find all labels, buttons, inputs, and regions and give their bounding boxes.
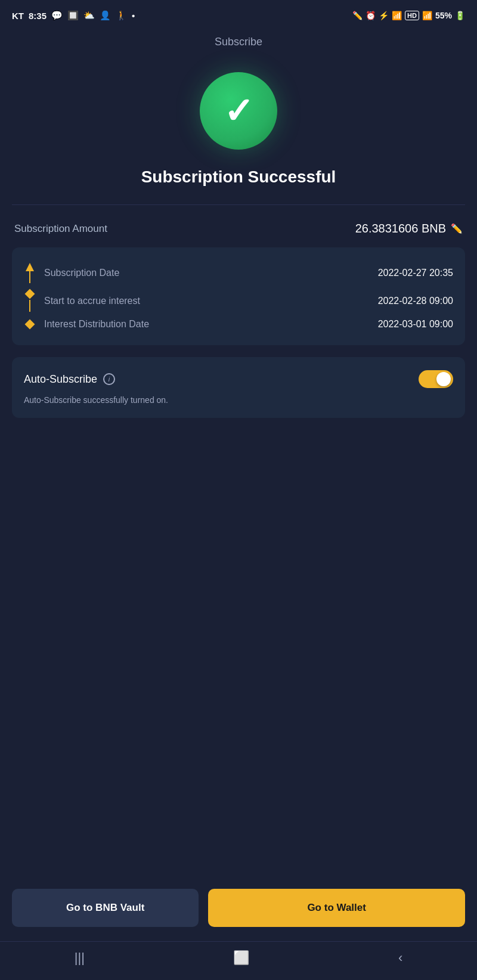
- bottom-buttons: Go to BNB Vault Go to Wallet: [0, 879, 477, 941]
- go-to-bnb-vault-button[interactable]: Go to BNB Vault: [12, 889, 199, 927]
- timeline-label-2: Start to accrue interest: [44, 296, 140, 306]
- status-right: ✏️ ⏰ ⚡ 📶 HD 📶 55% 🔋: [352, 11, 465, 20]
- amount-row: Subscription Amount 26.3831606 BNB ✏️: [0, 205, 477, 247]
- success-title: Subscription Successful: [0, 168, 477, 204]
- auto-subscribe-title-group: Auto-Subscribe i: [24, 373, 115, 386]
- figure-icon: 🚶: [116, 10, 127, 21]
- timeline-value-1: 2022-02-27 20:35: [378, 268, 453, 278]
- page-header: Subscribe: [0, 29, 477, 60]
- message-icon: 💬: [51, 10, 63, 21]
- amount-number: 26.3831606 BNB: [355, 222, 446, 235]
- page-title: Subscribe: [215, 36, 262, 48]
- alarm-icon: ⏰: [366, 11, 376, 20]
- time-label: 8:35: [29, 11, 47, 21]
- nav-back-icon[interactable]: ‹: [398, 950, 402, 966]
- nav-recents-icon[interactable]: |||: [75, 950, 85, 966]
- checkmark-icon: ✓: [224, 90, 253, 132]
- diamond-2: [25, 289, 35, 299]
- signal-icon: 📶: [422, 11, 432, 20]
- timeline-card: Subscription Date 2022-02-27 20:35 Start…: [12, 247, 465, 345]
- timeline-label-1: Subscription Date: [44, 268, 119, 278]
- nav-bar: ||| ⬜ ‹: [0, 941, 477, 980]
- avatar-icon: 👤: [100, 10, 111, 21]
- success-icon-area: ✓: [0, 60, 477, 168]
- auto-subscribe-toggle[interactable]: [419, 370, 453, 388]
- info-icon[interactable]: i: [103, 373, 115, 385]
- carrier-label: KT: [12, 11, 24, 21]
- hd-icon: HD: [405, 11, 419, 20]
- nav-home-icon[interactable]: ⬜: [233, 950, 249, 966]
- spacer: [0, 430, 477, 879]
- edit-icon: ✏️: [352, 11, 363, 20]
- auto-subscribe-description: Auto-Subscribe successfully turned on.: [24, 395, 453, 405]
- success-circle: ✓: [200, 72, 277, 150]
- timeline-value-3: 2022-03-01 09:00: [378, 319, 453, 330]
- battery-icon: 🔋: [455, 11, 465, 20]
- auto-subscribe-header: Auto-Subscribe i: [24, 370, 453, 388]
- status-bar: KT 8:35 💬 🔲 ⛅ 👤 🚶 • ✏️ ⏰ ⚡ 📶 HD 📶 55% 🔋: [0, 0, 477, 29]
- weather-icon: ⛅: [83, 10, 95, 21]
- status-left: KT 8:35 💬 🔲 ⛅ 👤 🚶 •: [12, 10, 135, 21]
- battery-label: 55%: [435, 11, 452, 20]
- amount-value-group: 26.3831606 BNB ✏️: [355, 222, 463, 235]
- timeline-label-3: Interest Distribution Date: [44, 319, 149, 330]
- amount-label: Subscription Amount: [14, 223, 107, 235]
- wifi-icon: 📶: [392, 11, 402, 20]
- timeline-value-2: 2022-02-28 09:00: [378, 296, 453, 306]
- bluetooth-icon: ⚡: [379, 11, 389, 20]
- diamond-3: [25, 320, 35, 330]
- go-to-wallet-button[interactable]: Go to Wallet: [208, 889, 465, 927]
- toggle-thumb: [436, 372, 451, 386]
- notification-icon: 🔲: [67, 10, 79, 21]
- auto-subscribe-title: Auto-Subscribe: [24, 373, 97, 386]
- amount-edit-icon[interactable]: ✏️: [451, 223, 463, 234]
- dot-icon: •: [132, 11, 135, 21]
- auto-subscribe-card: Auto-Subscribe i Auto-Subscribe successf…: [12, 357, 465, 418]
